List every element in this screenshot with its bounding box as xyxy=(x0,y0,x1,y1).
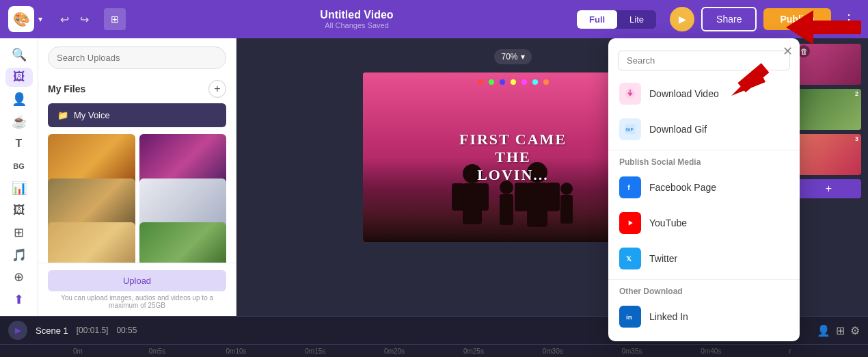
timeline-mark: 0m25s xyxy=(434,347,513,355)
sidebar-item-object[interactable]: ☕ xyxy=(5,112,33,132)
files-search-area xyxy=(38,38,236,75)
timeline-time-start: [00:01.5] xyxy=(77,326,109,335)
svg-text:f: f xyxy=(627,183,630,191)
sidebar-item-image[interactable]: 🖼 xyxy=(5,201,33,221)
svg-rect-5 xyxy=(500,194,513,225)
download-gif-item[interactable]: GIF Download Gif xyxy=(608,111,800,147)
svg-rect-11 xyxy=(560,195,573,224)
list-item[interactable]: _00062_12934 xyxy=(48,222,135,263)
timeline-mark: 0m xyxy=(38,347,118,355)
svg-rect-7 xyxy=(527,183,547,227)
twitter-icon: 𝕏 xyxy=(619,248,641,269)
list-item[interactable]: 🗑 xyxy=(796,44,861,85)
svg-rect-3 xyxy=(476,183,489,211)
social-section-title: Publish Social Media xyxy=(608,153,800,170)
share-button[interactable]: Share xyxy=(701,7,757,31)
mode-full-button[interactable]: Full xyxy=(577,10,617,29)
linkedin-item[interactable]: in Linked In xyxy=(608,299,800,334)
logo-dropdown-arrow[interactable]: ▾ xyxy=(38,14,42,24)
light-3 xyxy=(500,79,505,85)
light-7 xyxy=(543,79,549,85)
dropdown-search-area xyxy=(608,45,800,76)
search-input[interactable] xyxy=(48,47,226,69)
facebook-icon: f xyxy=(619,176,641,198)
template-icon: ⊞ xyxy=(104,8,126,30)
zoom-value: 70% xyxy=(501,52,517,62)
sidebar-item-music[interactable]: 🎵 xyxy=(5,246,33,265)
light-4 xyxy=(511,79,516,85)
logo[interactable]: 🎨 xyxy=(8,6,34,32)
canvas-text-line2: the xyxy=(495,148,530,166)
youtube-icon xyxy=(619,212,641,234)
facebook-label: Facebook Page xyxy=(649,182,716,193)
sidebar-item-upload[interactable]: ⬆ xyxy=(5,290,33,310)
download-video-item[interactable]: Download Video xyxy=(608,76,800,111)
publish-button[interactable]: Publish xyxy=(763,8,831,30)
files-header: My Files + xyxy=(38,75,236,103)
linkedin-icon: in xyxy=(619,306,641,328)
youtube-item[interactable]: YouTube xyxy=(608,205,800,241)
sidebar-item-media[interactable]: 🖼 xyxy=(5,68,33,88)
timeline-settings-icon[interactable]: ⚙ xyxy=(850,324,860,337)
download-gif-label: Download Gif xyxy=(649,124,707,135)
list-item[interactable]: aunt_ xyxy=(139,222,227,263)
sidebar-item-person[interactable]: 👤 xyxy=(5,90,33,109)
svg-text:GIF: GIF xyxy=(625,127,633,132)
svg-rect-8 xyxy=(515,183,528,211)
dropdown-search-input[interactable] xyxy=(618,51,790,70)
timeline-mark: 0m35s xyxy=(593,347,672,355)
save-status: All Changes Saved xyxy=(137,21,577,29)
zoom-dropdown-icon: ▾ xyxy=(521,52,525,62)
svg-rect-9 xyxy=(546,183,560,211)
canvas-text: First came the lovin... xyxy=(459,131,567,184)
timeline-play-button[interactable]: ▶ xyxy=(8,321,27,340)
zoom-control[interactable]: 70% ▾ xyxy=(494,49,531,64)
timeline-mark: 0m10s xyxy=(197,347,276,355)
facebook-item[interactable]: f Facebook Page xyxy=(608,170,800,205)
svg-text:in: in xyxy=(626,313,632,321)
upload-button[interactable]: Upload xyxy=(48,270,226,291)
sidebar-item-plus[interactable]: ⊕ xyxy=(5,267,33,287)
my-voice-label: My Voice xyxy=(74,110,110,120)
timeline-mark: 0m20s xyxy=(355,347,434,355)
files-panel: My Files + 📁 My Voice family_portrait fa… xyxy=(38,38,236,316)
sidebar-item-grid[interactable]: ⊞ xyxy=(5,223,33,243)
thumb-label: 2 xyxy=(855,90,858,97)
sidebar-item-bg[interactable]: BG xyxy=(5,157,33,176)
icon-sidebar: 🔍 🖼 👤 ☕ T BG 📊 🖼 ⊞ 🎵 ⊕ ⬆ xyxy=(0,38,38,316)
linkedin-label: Linked In xyxy=(649,311,688,322)
sidebar-item-chart[interactable]: 📊 xyxy=(5,178,33,198)
dropdown-close-button[interactable]: ✕ xyxy=(783,44,793,59)
video-title: Untitled Video xyxy=(137,9,577,21)
timeline-mark: 0m15s xyxy=(275,347,355,355)
files-grid: family_portrait familie-001 download ome… xyxy=(38,134,236,263)
timeline-ruler: 0m 0m5s 0m10s 0m15s 0m20s 0m25s 0m30s 0m… xyxy=(0,345,868,357)
timeline-mark: 0m5s xyxy=(118,347,197,355)
preview-play-button[interactable]: ▶ xyxy=(670,7,694,31)
svg-rect-2 xyxy=(452,183,464,211)
timeline-grid-icon[interactable]: ⊞ xyxy=(836,324,845,337)
twitter-item[interactable]: 𝕏 Twitter xyxy=(608,241,800,276)
publish-dropdown: ✕ Download Video GIF Download Gif Publis… xyxy=(608,38,800,341)
youtube-label: YouTube xyxy=(649,217,687,228)
undo-button[interactable]: ↩ xyxy=(56,10,73,29)
more-options-button[interactable]: ⋮ xyxy=(838,11,860,27)
redo-button[interactable]: ↪ xyxy=(76,10,93,29)
light-1 xyxy=(478,79,483,85)
divider-2 xyxy=(608,279,800,280)
sidebar-item-text[interactable]: T xyxy=(5,134,33,154)
add-file-button[interactable]: + xyxy=(208,80,226,98)
title-block: Untitled Video All Changes Saved xyxy=(137,9,577,29)
timeline-person-icon[interactable]: 👤 xyxy=(817,324,830,337)
mode-lite-button[interactable]: Lite xyxy=(617,10,656,29)
upload-section: Upload You can upload images, audios and… xyxy=(38,263,236,316)
my-voice-button[interactable]: 📁 My Voice xyxy=(48,103,226,127)
timeline-time-total: 00:55 xyxy=(116,326,137,335)
svg-rect-16 xyxy=(624,181,636,194)
list-item[interactable]: 2 xyxy=(796,89,861,130)
list-item[interactable]: 3 xyxy=(796,134,861,175)
light-5 xyxy=(521,79,527,85)
sidebar-item-search[interactable]: 🔍 xyxy=(5,45,33,65)
add-scene-button[interactable]: + xyxy=(796,179,861,198)
light-2 xyxy=(489,79,494,85)
